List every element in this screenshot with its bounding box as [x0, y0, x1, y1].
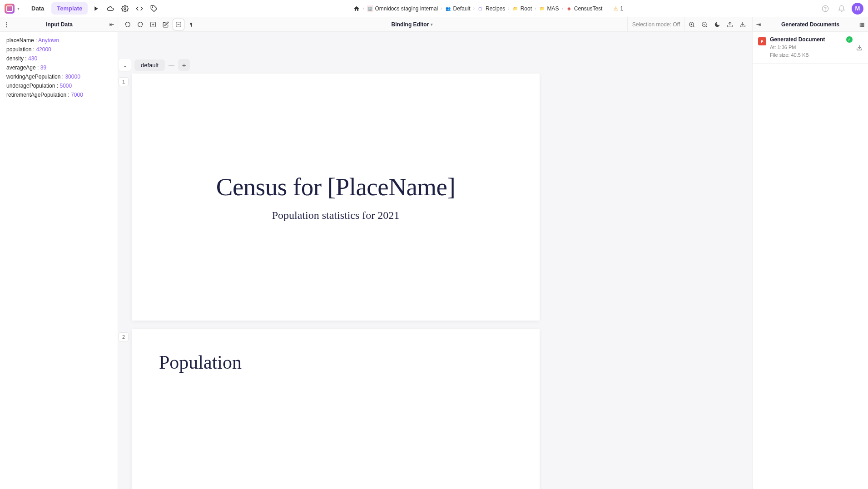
- breadcrumb-label: CensusTest: [574, 5, 603, 12]
- breadcrumb-label: Default: [453, 5, 471, 12]
- secondbar: ⋮ Input Data ⇤ Binding Editor ▾ Selectio…: [0, 17, 868, 32]
- input-field[interactable]: population : 42000: [6, 46, 111, 53]
- pilcrow-icon[interactable]: [185, 19, 197, 30]
- slide-title[interactable]: Census for [PlaceName]: [216, 173, 456, 201]
- app-menu-chevron-icon[interactable]: ▾: [17, 6, 20, 11]
- input-field[interactable]: averageAge : 39: [6, 64, 111, 71]
- zoom-in-icon[interactable]: [686, 19, 698, 30]
- slide-heading[interactable]: Population: [159, 351, 512, 373]
- editor-toolbar: Binding Editor ▾ Selection mode: Off: [118, 17, 752, 31]
- document-filesize: File size: 40.5 KB: [770, 51, 843, 59]
- svg-point-0: [124, 8, 126, 10]
- breadcrumb-item[interactable]: 👥Default: [445, 5, 471, 12]
- svg-line-10: [693, 25, 694, 27]
- left-panel-title: Input Data: [9, 21, 109, 28]
- editor-canvas[interactable]: ⌄ default — + 1 Census for [PlaceName] P…: [118, 32, 752, 489]
- collapse-right-icon[interactable]: ⇥: [756, 21, 761, 28]
- edit-icon[interactable]: [160, 19, 172, 30]
- ppt-icon: P: [758, 37, 766, 45]
- code-icon[interactable]: [133, 2, 146, 15]
- right-panel-header: ⇥ Generated Documents ▥: [752, 17, 868, 31]
- page-number[interactable]: 1: [119, 77, 129, 86]
- input-data-panel: placeName : Anytown population : 42000 d…: [0, 32, 118, 489]
- input-field[interactable]: density : 430: [6, 55, 111, 62]
- target-icon: ◉: [566, 5, 572, 12]
- chevron-down-icon: ▾: [431, 22, 433, 27]
- input-field[interactable]: retirementAgePopulation : 7000: [6, 92, 111, 98]
- upload-icon[interactable]: [724, 19, 736, 30]
- cloud-icon[interactable]: [104, 2, 117, 15]
- slide-subtitle[interactable]: Population statistics for 2021: [272, 209, 400, 222]
- generated-documents-panel: P Generated Document At: 1:36 PM File si…: [752, 32, 868, 489]
- generated-document-item[interactable]: P Generated Document At: 1:36 PM File si…: [753, 32, 868, 64]
- theme-bar: ⌄ default — +: [119, 32, 752, 71]
- theme-add-button[interactable]: +: [178, 59, 190, 71]
- breadcrumb-item[interactable]: ▢Recipes: [477, 5, 505, 12]
- app-logo[interactable]: [5, 4, 15, 14]
- tab-data[interactable]: Data: [26, 2, 50, 15]
- chevron-right-icon: ›: [508, 6, 509, 11]
- page-container: 2 Population: [119, 329, 752, 489]
- input-field[interactable]: placeName : Anytown: [6, 37, 111, 44]
- breadcrumb-label: Omnidocs staging internal: [375, 5, 438, 12]
- undo-icon[interactable]: [122, 19, 134, 30]
- breadcrumb-item[interactable]: 📁MAS: [539, 5, 559, 12]
- box-icon: ▢: [477, 5, 484, 12]
- document-title: Generated Document: [770, 36, 843, 43]
- help-icon[interactable]: [819, 2, 832, 15]
- gear-icon[interactable]: [119, 2, 131, 15]
- editor-title[interactable]: Binding Editor ▾: [198, 21, 626, 28]
- building-icon: 🏢: [367, 5, 373, 12]
- user-avatar[interactable]: M: [852, 3, 863, 15]
- dark-mode-icon[interactable]: [711, 19, 723, 30]
- breadcrumb-label: Recipes: [486, 5, 505, 12]
- document-timestamp: At: 1:36 PM: [770, 44, 843, 51]
- selection-mode-toggle[interactable]: Selection mode: Off: [627, 17, 685, 31]
- folder-icon: 📁: [512, 5, 519, 12]
- left-panel-header: ⋮ Input Data ⇤: [0, 17, 118, 31]
- collapse-left-icon[interactable]: ⇤: [109, 21, 114, 28]
- input-field[interactable]: underagePopulation : 5000: [6, 83, 111, 89]
- download-icon[interactable]: [737, 19, 749, 30]
- breadcrumb-label: MAS: [547, 5, 559, 12]
- slide-1[interactable]: Census for [PlaceName] Population statis…: [132, 74, 540, 321]
- theme-button[interactable]: default: [134, 59, 165, 71]
- svg-line-14: [706, 25, 707, 27]
- play-icon[interactable]: [89, 2, 102, 15]
- zoom-out-icon[interactable]: [699, 19, 710, 30]
- group-icon: 👥: [445, 5, 451, 12]
- breadcrumb-home-icon[interactable]: [353, 5, 360, 12]
- input-field[interactable]: workingAgePopulation : 30000: [6, 74, 111, 80]
- chevron-right-icon: ›: [561, 6, 563, 11]
- warning-count: 1: [620, 5, 623, 12]
- chevron-right-icon: ›: [535, 6, 536, 11]
- theme-chevron-icon[interactable]: ⌄: [119, 59, 131, 71]
- download-document-icon[interactable]: [856, 44, 863, 52]
- tab-template[interactable]: Template: [51, 2, 88, 15]
- theme-separator: —: [169, 62, 174, 69]
- slide-2[interactable]: Population: [132, 329, 540, 489]
- remove-icon[interactable]: [173, 19, 184, 30]
- add-icon[interactable]: [147, 19, 159, 30]
- editor-title-label: Binding Editor: [392, 21, 429, 28]
- tag-icon[interactable]: [148, 2, 160, 15]
- topbar: ▾ Data Template › 🏢Omnidocs staging inte…: [0, 0, 868, 17]
- chevron-right-icon: ›: [441, 6, 442, 11]
- panel-layout-icon[interactable]: ▥: [859, 21, 864, 28]
- chevron-right-icon: ›: [362, 6, 364, 11]
- breadcrumb: › 🏢Omnidocs staging internal › 👥Default …: [162, 5, 817, 13]
- page-number[interactable]: 2: [119, 332, 129, 341]
- warning-badge[interactable]: ⚠1: [610, 5, 626, 13]
- warning-icon: ⚠: [613, 5, 618, 12]
- page-container: 1 Census for [PlaceName] Population stat…: [119, 74, 752, 321]
- breadcrumb-label: Root: [521, 5, 532, 12]
- chevron-right-icon: ›: [473, 6, 475, 11]
- redo-icon[interactable]: [134, 19, 146, 30]
- svg-point-3: [825, 10, 826, 10]
- breadcrumb-item[interactable]: 🏢Omnidocs staging internal: [367, 5, 438, 12]
- breadcrumb-item[interactable]: ◉CensusTest: [566, 5, 603, 12]
- panel-menu-icon[interactable]: ⋮: [4, 21, 9, 28]
- bell-icon[interactable]: [835, 2, 848, 15]
- success-icon: ✓: [846, 36, 853, 43]
- breadcrumb-item[interactable]: 📁Root: [512, 5, 532, 12]
